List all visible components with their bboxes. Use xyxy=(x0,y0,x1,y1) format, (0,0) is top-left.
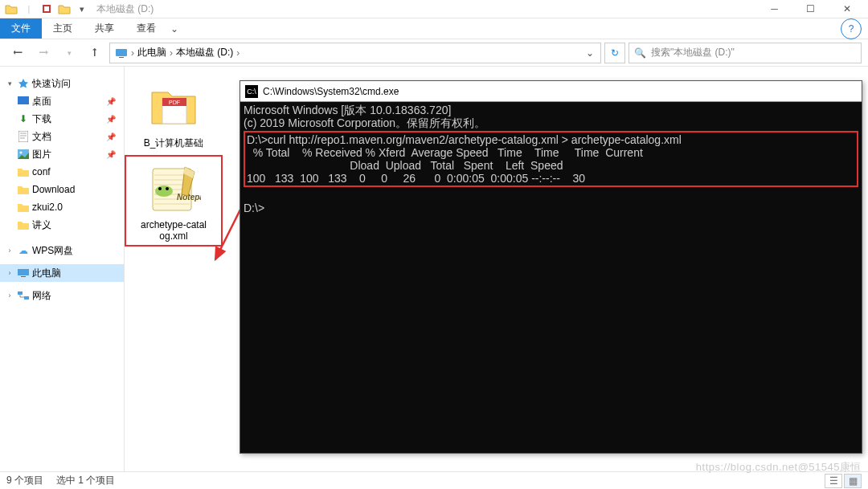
svg-rect-7 xyxy=(18,269,29,275)
minimize-button[interactable]: ─ xyxy=(756,0,792,18)
address-dropdown-icon[interactable]: ⌄ xyxy=(583,47,597,59)
sidebar-item-conf[interactable]: conf xyxy=(0,163,124,181)
chevron-right-icon[interactable]: › xyxy=(5,269,14,277)
svg-point-15 xyxy=(155,185,173,197)
sidebar-item-label: 讲义 xyxy=(32,218,51,232)
breadcrumb-sep-icon: › xyxy=(235,47,241,59)
properties-icon[interactable] xyxy=(39,1,55,17)
back-button[interactable]: 🠔 xyxy=(6,42,29,64)
titlebar: | ▾ 本地磁盘 (D:) ─ ☐ ✕ xyxy=(0,0,868,18)
breadcrumb-sep-icon: › xyxy=(129,47,136,59)
sidebar-item-documents[interactable]: 文档📌 xyxy=(0,128,124,145)
view-details-button[interactable]: ☰ xyxy=(825,474,842,488)
sidebar-item-label: 文档 xyxy=(32,130,51,144)
folder-icon xyxy=(16,183,31,196)
sidebar-label: 此电脑 xyxy=(32,267,61,280)
status-count: 9 个项目 xyxy=(6,474,43,487)
cmd-icon: C:\ xyxy=(245,85,258,98)
folder-icon xyxy=(16,165,31,178)
sidebar-quick-access[interactable]: ▾ 快速访问 xyxy=(0,75,124,92)
cmd-window: C:\ C:\Windows\System32\cmd.exe Microsof… xyxy=(240,80,862,454)
ribbon-expand-icon[interactable]: ⌄ xyxy=(167,23,182,35)
close-button[interactable]: ✕ xyxy=(829,0,865,18)
sidebar-item-pictures[interactable]: 图片📌 xyxy=(0,145,124,163)
file-item-archetype[interactable]: Notepad archetype-catalog.xml xyxy=(129,160,218,242)
sidebar-item-downloads[interactable]: ⬇ 下载📌 xyxy=(0,110,124,128)
qat-dropdown-icon[interactable]: ▾ xyxy=(74,1,90,17)
folder-icon xyxy=(16,201,31,214)
svg-rect-1 xyxy=(116,49,127,56)
breadcrumb-sep-icon: › xyxy=(168,47,174,59)
breadcrumb-drive[interactable]: 本地磁盘 (D:) xyxy=(174,46,235,59)
file-label: B_计算机基础 xyxy=(129,137,218,149)
downloads-icon: ⬇ xyxy=(16,112,31,125)
chevron-down-icon[interactable]: ▾ xyxy=(5,79,14,88)
address-bar[interactable]: › 此电脑 › 本地磁盘 (D:) › ⌄ xyxy=(109,43,601,63)
sidebar-item-label: conf xyxy=(32,166,51,177)
svg-rect-2 xyxy=(119,57,124,58)
svg-rect-10 xyxy=(24,296,29,300)
sidebar-item-label: 图片 xyxy=(32,148,51,161)
svg-rect-4 xyxy=(18,131,28,142)
pictures-icon xyxy=(16,148,31,161)
breadcrumb-pc-icon[interactable] xyxy=(113,47,129,59)
sidebar: ▾ 快速访问 桌面📌 ⬇ 下载📌 文档📌 图片📌 conf Download xyxy=(0,67,125,471)
cmd-output[interactable]: Microsoft Windows [版本 10.0.18363.720] (c… xyxy=(240,102,862,216)
notepadpp-file-icon: Notepad xyxy=(145,160,202,216)
tab-file[interactable]: 文件 xyxy=(0,18,42,39)
folder-app-icon xyxy=(3,1,19,17)
chevron-right-icon[interactable]: › xyxy=(5,247,14,255)
folder-thumbnail-icon: PDF xyxy=(145,78,202,134)
cmd-titlebar[interactable]: C:\ C:\Windows\System32\cmd.exe xyxy=(240,81,862,102)
sidebar-item-label: Download xyxy=(32,184,75,195)
watermark: https://blog.csdn.net@51545康恒 xyxy=(696,460,862,475)
svg-point-16 xyxy=(158,187,162,190)
sidebar-network[interactable]: › 网络 xyxy=(0,287,124,304)
status-selected: 选中 1 个项目 xyxy=(56,474,115,487)
svg-rect-8 xyxy=(21,276,26,277)
file-pane[interactable]: PDF B_计算机基础 Notepad archetype-catalog.xm… xyxy=(125,67,233,471)
documents-icon xyxy=(16,130,31,143)
sidebar-item-label: zkui2.0 xyxy=(32,202,63,213)
sidebar-item-zkui[interactable]: zkui2.0 xyxy=(0,198,124,216)
refresh-button[interactable]: ↻ xyxy=(604,43,625,63)
history-dropdown-icon[interactable]: ▾ xyxy=(58,42,80,64)
sidebar-item-lecture[interactable]: 讲义 xyxy=(0,216,124,234)
qat-separator-icon: | xyxy=(21,1,37,17)
help-button[interactable]: ? xyxy=(841,18,862,39)
search-input[interactable]: 🔍 搜索"本地磁盘 (D:)" xyxy=(628,43,862,63)
sidebar-thispc[interactable]: › 此电脑 xyxy=(0,264,124,282)
sidebar-label: 快速访问 xyxy=(32,77,71,91)
new-folder-icon[interactable] xyxy=(56,1,72,17)
wps-cloud-icon: ☁ xyxy=(16,244,31,257)
svg-point-6 xyxy=(20,152,23,154)
thispc-icon xyxy=(16,267,31,279)
svg-text:PDF: PDF xyxy=(169,100,180,105)
window-title: 本地磁盘 (D:) xyxy=(96,2,154,16)
sidebar-label: 网络 xyxy=(32,289,51,303)
search-placeholder: 搜索"本地磁盘 (D:)" xyxy=(651,46,735,59)
navbar: 🠔 🠖 ▾ 🠕 › 此电脑 › 本地磁盘 (D:) › ⌄ ↻ 🔍 搜索"本地磁… xyxy=(0,39,868,67)
sidebar-item-label: 下载 xyxy=(32,112,51,126)
svg-rect-0 xyxy=(43,6,50,12)
chevron-right-icon[interactable]: › xyxy=(5,291,14,300)
desktop-icon xyxy=(16,95,31,108)
tab-view[interactable]: 查看 xyxy=(125,18,167,39)
file-item-folder[interactable]: PDF B_计算机基础 xyxy=(129,78,218,149)
file-label: archetype-catalog.xml xyxy=(129,219,218,242)
pin-icon: 📌 xyxy=(106,97,119,106)
view-icons-button[interactable]: ▦ xyxy=(844,474,862,488)
breadcrumb-thispc[interactable]: 此电脑 xyxy=(136,46,168,59)
up-button[interactable]: 🠕 xyxy=(84,42,106,64)
forward-button[interactable]: 🠖 xyxy=(32,42,55,64)
maximize-button[interactable]: ☐ xyxy=(792,0,829,18)
cmd-highlighted-block: D:\>curl http://repo1.maven.org/maven2/a… xyxy=(244,131,858,187)
sidebar-item-desktop[interactable]: 桌面📌 xyxy=(0,92,124,110)
sidebar-item-download[interactable]: Download xyxy=(0,181,124,198)
tab-home[interactable]: 主页 xyxy=(42,18,84,39)
sidebar-item-label: 桌面 xyxy=(32,95,51,108)
sidebar-wps[interactable]: › ☁ WPS网盘 xyxy=(0,242,124,259)
ribbon-tabs: 文件 主页 共享 查看 ⌄ ? xyxy=(0,18,868,39)
tab-share[interactable]: 共享 xyxy=(84,18,125,39)
cmd-title-text: C:\Windows\System32\cmd.exe xyxy=(263,86,399,97)
